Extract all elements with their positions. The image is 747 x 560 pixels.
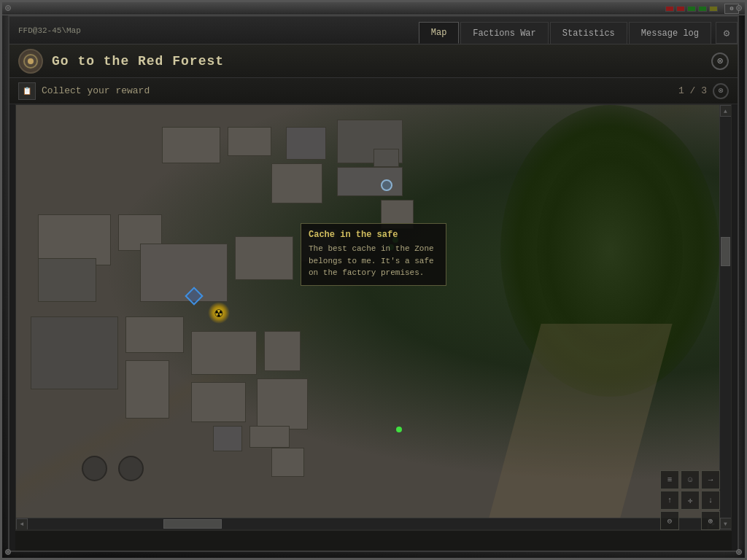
- building-4: [286, 127, 326, 160]
- scroll-thumb-horizontal: [163, 519, 222, 529]
- nav-path: FFD@32-45\Map: [18, 26, 419, 35]
- quest-header: Go to the Red Forest ⊗: [9, 44, 738, 78]
- building-24: [381, 200, 414, 229]
- scroll-thumb-vertical: [721, 237, 730, 266]
- circle-2: [118, 456, 144, 481]
- quest-counter: 1 / 3: [678, 85, 707, 96]
- scroll-left-button[interactable]: ◄: [16, 518, 28, 530]
- corner-bolt-tr: [736, 5, 742, 11]
- building-3: [271, 163, 322, 203]
- building-17: [191, 382, 246, 422]
- status-bar: [15, 530, 732, 551]
- scroll-down-button[interactable]: ▼: [720, 518, 732, 529]
- tab-map[interactable]: Map: [419, 22, 460, 44]
- building-15: [125, 360, 169, 419]
- quest-title: Go to the Red Forest: [52, 54, 711, 69]
- building-1: [162, 127, 220, 163]
- building-18: [257, 378, 308, 429]
- outer-frame: ⚙ FFD@32-45\Map Map Factions War Statist…: [0, 0, 747, 560]
- building-20: [213, 426, 242, 451]
- corner-bolt-bl: [5, 549, 11, 555]
- top-strip: ⚙: [2, 2, 745, 15]
- bar-2: [676, 6, 685, 12]
- building-22: [271, 448, 304, 477]
- building-16: [191, 331, 257, 375]
- quest-icon: [18, 49, 43, 74]
- sub-quest-close-button[interactable]: ⊗: [713, 83, 729, 99]
- scrollbar-right: ▲ ▼: [719, 105, 731, 529]
- main-window: FFD@32-45\Map Map Factions War Statistic…: [8, 15, 739, 552]
- bar-4: [698, 6, 707, 12]
- map-container[interactable]: ☢: [15, 104, 732, 530]
- scroll-track-vertical[interactable]: [720, 117, 731, 518]
- scroll-track-horizontal[interactable]: [28, 518, 708, 529]
- quest-icon-inner: [23, 54, 38, 69]
- building-23: [374, 149, 399, 167]
- sub-quest-text: Collect your reward: [42, 85, 678, 96]
- building-21: [249, 426, 290, 448]
- building-10: [140, 244, 228, 302]
- bar-3: [687, 6, 696, 12]
- building-11: [235, 236, 293, 280]
- settings-icon[interactable]: ⚙: [716, 22, 738, 44]
- nav-bar: FFD@32-45\Map Map Factions War Statistic…: [9, 17, 738, 44]
- map-btn-crosshair[interactable]: ✛: [681, 491, 700, 510]
- tab-statistics[interactable]: Statistics: [550, 22, 627, 44]
- map-controls: ≡ ☺ → ↑ ✛ ↓ ⊖ ⊕: [660, 470, 720, 530]
- building-13: [31, 316, 118, 389]
- map-btn-list[interactable]: ≡: [660, 470, 679, 489]
- tab-message-log[interactable]: Message log: [629, 22, 711, 44]
- scroll-up-button[interactable]: ▲: [720, 105, 732, 117]
- status-indicators: ⚙: [665, 4, 739, 14]
- scrollbar-bottom: ◄ ►: [16, 518, 719, 529]
- bar-1: [665, 6, 674, 12]
- building-12: [301, 229, 337, 262]
- corner-bolt-tl: [5, 5, 11, 11]
- tab-factions-war[interactable]: Factions War: [460, 22, 548, 44]
- building-2: [228, 127, 271, 156]
- quest-close-button[interactable]: ⊗: [711, 52, 729, 70]
- map-btn-zoom-in[interactable]: ⊕: [701, 511, 720, 530]
- map-btn-arrow-down[interactable]: ↓: [701, 491, 720, 510]
- building-19: [264, 331, 301, 371]
- nav-tabs: Map Factions War Statistics Message log …: [419, 17, 738, 44]
- map-image: ☢: [16, 105, 719, 518]
- building-9: [38, 258, 96, 302]
- map-btn-zoom-out[interactable]: ⊖: [660, 511, 679, 530]
- bar-5: [709, 6, 718, 12]
- sub-quest-icon: 📋: [18, 82, 36, 100]
- map-btn-empty: [681, 511, 700, 530]
- building-14: [125, 316, 184, 353]
- corner-bolt-br: [736, 549, 742, 555]
- circle-1: [82, 456, 107, 481]
- map-btn-arrow-right[interactable]: →: [701, 470, 720, 489]
- sub-quest-bar: 📋 Collect your reward 1 / 3 ⊗: [9, 78, 738, 104]
- map-btn-person[interactable]: ☺: [681, 470, 700, 489]
- building-6: [337, 167, 403, 196]
- map-btn-arrow-up[interactable]: ↑: [660, 491, 679, 510]
